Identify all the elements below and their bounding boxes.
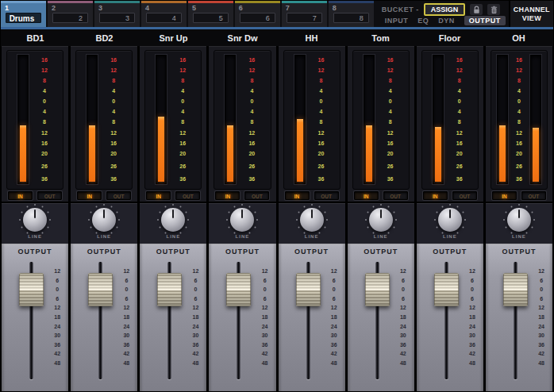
in-button[interactable]: IN (8, 191, 33, 200)
output-label: OUTPUT (2, 244, 68, 256)
output-fader[interactable] (503, 273, 528, 306)
line-knob[interactable] (438, 208, 462, 232)
meter-scale: 1612840481216202636 (510, 51, 528, 189)
lock-icon[interactable] (470, 4, 483, 15)
scale-tick-label: 36 (516, 176, 522, 182)
tab-number: 1 (1, 3, 46, 12)
scale-tick-label: 6 (56, 296, 59, 302)
in-button[interactable]: IN (285, 191, 310, 200)
scale-tick-label: 12 (516, 67, 522, 73)
bucket-name-field[interactable]: 8 (333, 13, 369, 23)
meter-section: 1612840481216202636 IN OUT (417, 46, 483, 202)
scale-tick-label: 30 (262, 332, 268, 338)
scale-tick-label: 36 (123, 342, 129, 348)
output-fader[interactable] (365, 273, 390, 306)
bucket-tab-5[interactable]: 5 5 (188, 1, 233, 27)
out-button[interactable]: OUT (37, 191, 62, 200)
scale-tick-label: 4 (389, 88, 392, 94)
bucket-tab-7[interactable]: 7 7 (282, 1, 327, 27)
channel-view-button[interactable]: CHANNEL VIEW (509, 1, 553, 27)
bucket-name-field[interactable]: 3 (99, 13, 135, 23)
scale-tick-label: 8 (181, 119, 184, 125)
scale-tick-label: 26 (516, 163, 522, 169)
line-knob[interactable] (369, 208, 393, 232)
scale-tick-label: 30 (193, 332, 199, 338)
in-button[interactable]: IN (215, 191, 240, 200)
bucket-tab-4[interactable]: 4 4 (141, 1, 187, 27)
output-fader[interactable] (226, 273, 251, 306)
output-fader[interactable] (19, 273, 44, 306)
scale-tick-label: 48 (193, 360, 199, 366)
meter-scale: 1612840481216202636 (105, 51, 122, 189)
out-button[interactable]: OUT (521, 191, 546, 200)
scale-tick-label: 36 (331, 342, 337, 348)
bucket-name-field[interactable]: Drums (6, 13, 41, 23)
output-section: OUTPUT 1260612182430364248 (71, 244, 137, 392)
scale-tick-label: 6 (333, 278, 336, 283)
bucket-tab-8[interactable]: 8 8 (329, 1, 374, 27)
output-fader[interactable] (434, 273, 459, 306)
section-tab-output[interactable]: OUTPUT (464, 16, 506, 25)
scale-tick-label: 26 (179, 163, 186, 169)
in-button[interactable]: IN (423, 191, 448, 200)
scale-tick-label: 6 (194, 278, 198, 283)
output-fader[interactable] (296, 273, 321, 306)
line-knob-section: LINE (348, 202, 414, 244)
out-button[interactable]: OUT (314, 191, 339, 200)
in-button[interactable]: IN (77, 191, 102, 200)
section-tab-eq[interactable]: EQ (417, 17, 429, 25)
scale-tick-label: 4 (112, 109, 115, 114)
bucket-tab-6[interactable]: 6 6 (235, 1, 280, 27)
bucket-name-field[interactable]: 6 (240, 13, 275, 23)
in-button[interactable]: IN (492, 191, 517, 200)
line-knob[interactable] (161, 208, 185, 232)
level-meter (364, 55, 375, 184)
scale-tick-label: 6 (333, 296, 336, 302)
bucket-tab-3[interactable]: 3 3 (94, 1, 140, 27)
bucket-name-field[interactable]: 4 (146, 13, 182, 23)
trash-icon[interactable] (487, 4, 500, 15)
bucket-tab-1[interactable]: 1 Drums (1, 1, 46, 27)
output-fader[interactable] (88, 273, 113, 306)
bucket-name-field[interactable]: 7 (287, 13, 322, 23)
out-button[interactable]: OUT (106, 191, 131, 200)
out-button[interactable]: OUT (244, 191, 269, 200)
in-button[interactable]: IN (354, 191, 379, 200)
out-button[interactable]: OUT (383, 191, 408, 200)
bucket-name-field[interactable]: 2 (52, 13, 88, 23)
scale-tick-label: 36 (456, 176, 463, 182)
section-tab-dyn[interactable]: DYN (438, 17, 455, 25)
line-knob[interactable] (92, 208, 116, 232)
bucket-tab-2[interactable]: 2 2 (48, 1, 93, 27)
tab-number: 5 (188, 3, 233, 12)
level-meter (433, 55, 444, 184)
line-knob-section: LINE (417, 202, 483, 244)
scale-tick-label: 24 (54, 324, 60, 329)
in-button[interactable]: IN (146, 191, 171, 200)
line-knob[interactable] (230, 208, 254, 232)
channel-strip-oh: 1612840481216202636 IN OUT LINE OUTPUT 1… (486, 46, 552, 392)
assign-button[interactable]: ASSIGN (424, 3, 466, 16)
output-fader[interactable] (157, 273, 182, 306)
section-tab-input[interactable]: INPUT (385, 17, 409, 25)
scale-tick-label: 12 (110, 130, 117, 136)
scale-tick-label: 26 (456, 163, 463, 169)
line-knob[interactable] (300, 208, 324, 232)
bucket-tab-bar: 1 Drums 2 2 3 3 4 4 5 5 6 6 (1, 1, 553, 27)
line-knob[interactable] (23, 208, 47, 232)
channel-strip-bd2: 1612840481216202636 IN OUT LINE OUTPUT 1… (71, 46, 137, 392)
line-knob[interactable] (507, 208, 531, 232)
scale-tick-label: 20 (318, 151, 325, 156)
line-knob-label: LINE (166, 234, 180, 239)
scale-tick-label: 12 (516, 130, 522, 136)
scale-tick-label: 30 (538, 332, 544, 338)
bucket-name-field[interactable]: 5 (193, 13, 229, 23)
channel-names-row: BD1 BD2 Snr Up Snr Dw HH Tom Floor OH (1, 29, 553, 46)
out-button[interactable]: OUT (452, 191, 477, 200)
bucket-label: BUCKET - (382, 6, 419, 13)
scale-tick-label: 16 (41, 140, 48, 146)
out-button[interactable]: OUT (175, 191, 200, 200)
output-label: OUTPUT (140, 244, 206, 256)
level-meter (17, 55, 29, 184)
scale-tick-label: 16 (387, 140, 394, 146)
